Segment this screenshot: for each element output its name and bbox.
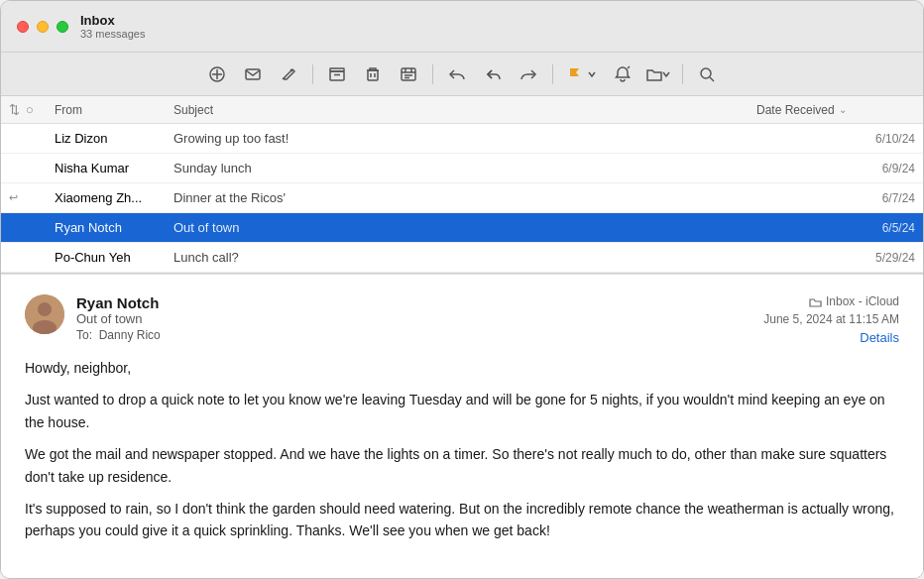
header-from: From (55, 103, 173, 117)
compose-button[interactable] (273, 58, 304, 90)
sender-avatar (25, 294, 64, 334)
row-subject: Dinner at the Ricos' (173, 190, 756, 205)
window-controls[interactable] (17, 21, 68, 33)
title-bar: Inbox 33 messages (1, 1, 923, 53)
body-paragraph-3: We got the mail and newspaper stopped. A… (25, 443, 899, 488)
sort-controls[interactable]: ⇅ ○ (9, 102, 55, 117)
svg-rect-6 (330, 68, 344, 71)
close-button[interactable] (17, 21, 29, 33)
header-subject: Subject (173, 103, 756, 117)
main-content: ⇅ ○ From Subject Date Received ⌄ Liz Diz… (1, 96, 923, 578)
email-row[interactable]: ↩ Xiaomeng Zh... Dinner at the Ricos' 6/… (1, 183, 923, 213)
email-subject: Out of town (76, 311, 763, 326)
archive-button[interactable] (201, 58, 233, 90)
svg-line-19 (710, 77, 714, 81)
sort-up-icon[interactable]: ⇅ (9, 102, 20, 117)
window-title-info: Inbox 33 messages (80, 13, 145, 40)
svg-point-18 (701, 68, 711, 78)
row-subject: Out of town (173, 220, 756, 235)
body-paragraph-4: It's supposed to rain, so I don't think … (25, 498, 899, 542)
to-label: To: (76, 328, 92, 342)
date-sort-chevron[interactable]: ⌄ (839, 104, 847, 115)
unread-filter-icon[interactable]: ○ (26, 102, 34, 117)
row-subject: Lunch call? (173, 250, 756, 265)
junk-button[interactable] (393, 58, 424, 90)
notification-button[interactable] (607, 58, 638, 90)
window-subtitle: 33 messages (80, 28, 145, 40)
separator-1 (312, 64, 313, 84)
details-link[interactable]: Details (860, 330, 899, 345)
inbox-label: Inbox - iCloud (826, 294, 899, 308)
toolbar (1, 53, 923, 96)
email-body: Howdy, neighbor, Just wanted to drop a q… (25, 357, 899, 542)
forward-button[interactable] (513, 58, 544, 90)
sender-name: Ryan Notch (76, 294, 763, 311)
svg-rect-5 (330, 71, 344, 80)
move-button[interactable] (642, 58, 674, 90)
row-date: 6/5/24 (756, 221, 915, 235)
svg-rect-8 (368, 70, 378, 80)
email-row[interactable]: Liz Dizon Growing up too fast! 6/10/24 (1, 124, 923, 154)
archive-mailbox-button[interactable] (321, 58, 353, 90)
separator-2 (432, 64, 433, 84)
email-detail-header: Ryan Notch Out of town To: Danny Rico In… (25, 294, 899, 345)
trash-button[interactable] (357, 58, 389, 90)
window-title: Inbox (80, 13, 145, 28)
email-meta: Inbox - iCloud June 5, 2024 at 11:15 AM … (763, 294, 899, 345)
email-date: June 5, 2024 at 11:15 AM (763, 312, 899, 326)
email-row[interactable]: Nisha Kumar Sunday lunch 6/9/24 (1, 154, 923, 183)
to-name: Danny Rico (99, 328, 161, 342)
row-from: Xiaomeng Zh... (55, 190, 173, 205)
to-line: To: Danny Rico (76, 328, 763, 342)
email-row-selected[interactable]: Ryan Notch Out of town 6/5/24 (1, 213, 923, 243)
row-from: Ryan Notch (55, 220, 173, 235)
svg-line-17 (628, 66, 630, 68)
svg-rect-3 (246, 69, 260, 79)
row-from: Nisha Kumar (55, 161, 173, 175)
inbox-badge: Inbox - iCloud (809, 294, 899, 308)
flag-button[interactable] (561, 58, 603, 90)
sender-info: Ryan Notch Out of town To: Danny Rico (76, 294, 763, 342)
body-paragraph-1: Howdy, neighbor, (25, 357, 899, 379)
separator-3 (552, 64, 553, 84)
maximize-button[interactable] (57, 21, 68, 33)
replied-icon: ↩ (9, 191, 18, 204)
inbox-folder-icon (809, 295, 822, 308)
email-row[interactable]: Po-Chun Yeh Lunch call? 5/29/24 (1, 243, 923, 273)
row-date: 6/10/24 (756, 132, 915, 146)
separator-4 (682, 64, 683, 84)
search-button[interactable] (691, 58, 723, 90)
row-subject: Sunday lunch (173, 161, 756, 175)
minimize-button[interactable] (37, 21, 49, 33)
row-subject: Growing up too fast! (173, 131, 756, 146)
email-detail: Ryan Notch Out of town To: Danny Rico In… (1, 274, 923, 578)
get-mail-button[interactable] (237, 58, 269, 90)
row-from: Liz Dizon (55, 131, 173, 146)
row-icons: ↩ (9, 191, 55, 204)
row-date: 5/29/24 (756, 251, 915, 265)
row-date: 6/7/24 (756, 191, 915, 205)
svg-point-21 (38, 302, 52, 316)
email-list: ⇅ ○ From Subject Date Received ⌄ Liz Diz… (1, 96, 923, 274)
body-paragraph-2: Just wanted to drop a quick note to let … (25, 389, 899, 433)
reply-button[interactable] (441, 58, 473, 90)
email-list-header: ⇅ ○ From Subject Date Received ⌄ (1, 96, 923, 124)
reply-all-button[interactable] (477, 58, 509, 90)
header-date[interactable]: Date Received ⌄ (756, 103, 915, 117)
row-date: 6/9/24 (756, 162, 915, 175)
row-from: Po-Chun Yeh (55, 250, 173, 265)
